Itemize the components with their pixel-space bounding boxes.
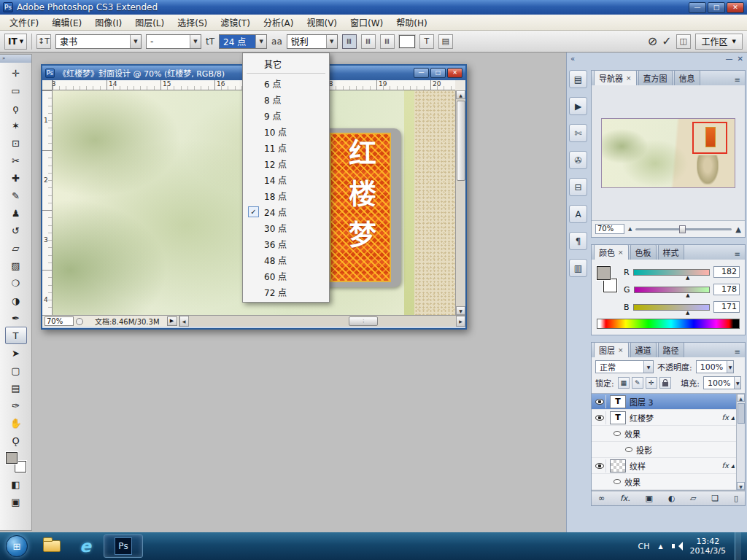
brushes-panel-icon[interactable]: ▤ [569, 70, 587, 88]
menu-item-analysis[interactable]: 分析(A) [257, 14, 301, 31]
fx-collapse-icon[interactable]: ▴ [731, 462, 735, 470]
fx-collapse-icon[interactable]: ▴ [731, 413, 735, 421]
scroll-left-arrow[interactable]: ◀ [179, 316, 189, 327]
tool-move[interactable]: ✛ [5, 64, 27, 82]
slider-thumb-icon[interactable]: ▲ [686, 275, 689, 281]
quick-mask-button[interactable]: ◧ [5, 475, 27, 493]
color-spectrum-ramp[interactable] [597, 319, 740, 329]
tab-channels[interactable]: 通道 [630, 342, 657, 357]
lock-position-icon[interactable]: ✛ [646, 377, 657, 389]
layer-row[interactable]: 纹样 fx ▴ [592, 458, 745, 474]
doc-maximize-button[interactable]: □ [430, 68, 446, 78]
vertical-scroll-thumb[interactable] [457, 101, 465, 181]
lock-transparency-icon[interactable]: ▦ [618, 377, 630, 389]
eye-icon[interactable] [614, 479, 621, 484]
character-panel-icon[interactable]: A [569, 205, 587, 223]
animation-panel-icon[interactable]: ▶ [569, 97, 587, 115]
tool-eraser[interactable]: ▱ [5, 239, 27, 257]
tool-pen[interactable]: ✒ [5, 309, 27, 327]
layer-comps-panel-icon[interactable]: ⊟ [569, 178, 587, 196]
scroll-track[interactable]: ⫶ [189, 316, 456, 327]
horizontal-scrollbar[interactable]: ◀ ⫶ ▶ [179, 316, 465, 327]
foreground-color-swatch[interactable] [597, 266, 611, 280]
size-option[interactable]: 60 点 [243, 268, 329, 284]
tool-marquee[interactable]: ▭ [5, 82, 27, 99]
text-color-swatch[interactable] [399, 35, 415, 48]
visibility-toggle[interactable] [593, 411, 606, 424]
effects-row[interactable]: 效果 [592, 426, 745, 442]
app-titlebar[interactable]: Ps Adobe Photoshop CS3 Extended — □ ✕ [0, 0, 747, 15]
doc-minimize-button[interactable]: — [414, 68, 429, 78]
navigator-zoom-field[interactable]: 70% [595, 224, 624, 234]
antialias-select[interactable]: 锐利 ▼ [287, 34, 338, 49]
tool-shape[interactable]: ▢ [5, 362, 27, 379]
tool-lasso[interactable]: ϙ [5, 99, 27, 117]
effects-row[interactable]: 效果 [592, 474, 745, 490]
horizontal-scroll-thumb[interactable]: ⫶ [349, 316, 378, 326]
tool-quick-select[interactable]: ✶ [5, 117, 27, 134]
scroll-thumb[interactable] [738, 403, 745, 424]
menu-item-select[interactable]: 选择(S) [171, 14, 214, 31]
blend-mode-select[interactable]: 正常 ▼ [595, 360, 654, 373]
tool-gradient[interactable]: ▨ [5, 257, 27, 274]
show-desktop-button[interactable] [735, 532, 741, 560]
delete-layer-icon[interactable]: ▯ [734, 494, 738, 503]
measurement-log-panel-icon[interactable]: ▥ [569, 259, 587, 277]
scroll-up-arrow[interactable]: ▲ [456, 90, 465, 99]
scroll-down-arrow[interactable]: ▼ [737, 482, 745, 490]
vertical-scrollbar[interactable]: ▲ ▼ [455, 90, 465, 315]
layer-thumbnail[interactable]: T [610, 395, 626, 408]
tab-navigator[interactable]: 导航器 × [594, 70, 637, 85]
tab-close-icon[interactable]: × [618, 249, 624, 256]
tool-blur[interactable]: ❍ [5, 274, 27, 292]
bridge-button[interactable]: ◫ [676, 34, 691, 49]
drop-shadow-row[interactable]: 投影 [592, 442, 745, 458]
panel-menu-icon[interactable]: ≡ [732, 250, 743, 260]
dock-minimize-icon[interactable]: — [726, 55, 733, 63]
screen-mode-button[interactable]: ▣ [5, 493, 27, 510]
navigator-view-rectangle[interactable] [692, 122, 727, 154]
tab-layers[interactable]: 图层 × [594, 342, 629, 357]
taskbar-clock[interactable]: 13:42 2014/3/5 [690, 537, 726, 556]
doc-close-button[interactable]: ✕ [447, 68, 462, 78]
slider-thumb-icon[interactable]: ▲ [686, 292, 689, 298]
tool-hand[interactable]: ✋ [5, 414, 27, 432]
zoom-out-icon[interactable]: ▲ [628, 226, 632, 232]
layer-name[interactable]: 纹样 [630, 460, 646, 472]
start-button[interactable]: ⊞ [6, 535, 28, 557]
zoom-in-icon[interactable]: ▲ [735, 225, 741, 233]
tool-slice[interactable]: ✂ [5, 152, 27, 169]
size-option[interactable]: 14 点 [243, 171, 329, 187]
tab-info[interactable]: 信息 [674, 70, 700, 85]
align-top-button[interactable]: ≡ [342, 34, 357, 49]
scroll-up-arrow[interactable]: ▲ [737, 394, 745, 402]
menu-item-help[interactable]: 帮助(H) [390, 14, 433, 31]
tool-healing-brush[interactable]: ✚ [5, 169, 27, 187]
tab-color[interactable]: 颜色 × [594, 244, 629, 260]
layer-thumbnail[interactable]: T [610, 411, 626, 424]
minimize-button[interactable]: — [689, 2, 706, 13]
size-option[interactable]: 9 点 [243, 107, 329, 123]
slider-thumb-icon[interactable]: ▲ [686, 310, 689, 316]
navigator-zoom-slider[interactable] [635, 228, 732, 230]
maximize-button[interactable]: □ [708, 2, 725, 13]
dock-collapse-handle[interactable]: « [570, 55, 575, 63]
size-option[interactable]: 12 点 [243, 155, 329, 171]
red-value-field[interactable]: 182 [713, 266, 740, 278]
size-option[interactable]: 48 点 [243, 252, 329, 268]
layers-scrollbar[interactable]: ▲ ▼ [736, 394, 745, 490]
layer-style-badge[interactable]: fx ▴ [722, 413, 735, 421]
menu-item-edit[interactable]: 编辑(E) [45, 14, 88, 31]
menu-item-file[interactable]: 文件(F) [3, 14, 45, 31]
size-option-selected[interactable]: ✓ 24 点 [243, 203, 329, 219]
fill-field[interactable]: 100% ▼ [703, 376, 741, 389]
navigator-thumbnail[interactable] [601, 118, 735, 188]
layer-thumbnail[interactable] [610, 459, 626, 472]
clone-source-panel-icon[interactable]: ✄ [569, 124, 587, 142]
status-options-arrow[interactable]: ▶ [167, 316, 177, 326]
size-option[interactable]: 11 点 [243, 139, 329, 155]
close-button[interactable]: ✕ [727, 2, 744, 13]
tab-histogram[interactable]: 直方图 [638, 70, 673, 85]
align-bottom-button[interactable]: ≡ [380, 34, 395, 49]
layer-style-badge[interactable]: fx ▴ [722, 462, 735, 470]
